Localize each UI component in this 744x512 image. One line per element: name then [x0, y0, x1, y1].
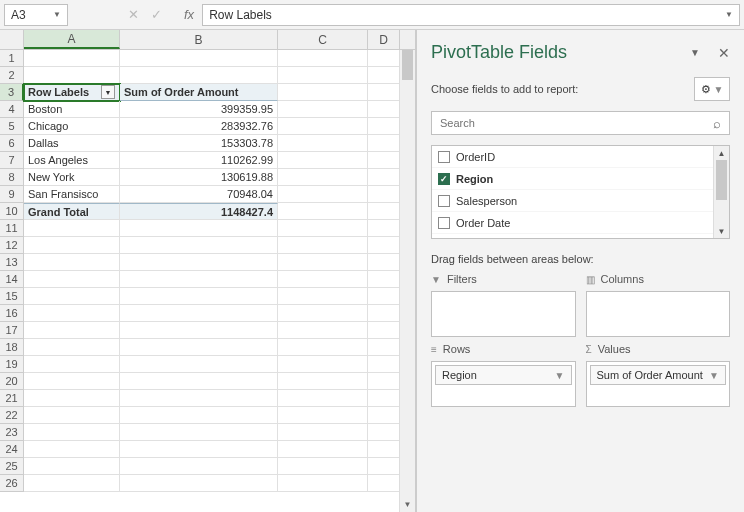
cell[interactable]	[24, 339, 120, 356]
row-header-21[interactable]: 21	[0, 390, 24, 407]
cell[interactable]	[368, 424, 400, 441]
cell[interactable]	[368, 441, 400, 458]
field-item[interactable]: Salesperson	[432, 190, 713, 212]
cell[interactable]: 70948.04	[120, 186, 278, 203]
cell[interactable]	[24, 356, 120, 373]
cell[interactable]	[368, 288, 400, 305]
checkbox-icon[interactable]: ✓	[438, 173, 450, 185]
cell[interactable]	[24, 220, 120, 237]
field-list-scrollbar[interactable]: ▲ ▼	[713, 146, 729, 238]
cell[interactable]	[24, 441, 120, 458]
cell[interactable]	[368, 203, 400, 220]
cell[interactable]: Dallas	[24, 135, 120, 152]
row-header-18[interactable]: 18	[0, 339, 24, 356]
cell[interactable]: 130619.88	[120, 169, 278, 186]
row-header-15[interactable]: 15	[0, 288, 24, 305]
row-header-2[interactable]: 2	[0, 67, 24, 84]
row-header-14[interactable]: 14	[0, 271, 24, 288]
cell[interactable]	[24, 254, 120, 271]
cell[interactable]	[24, 475, 120, 492]
cell[interactable]	[368, 135, 400, 152]
cell[interactable]	[278, 118, 368, 135]
cell[interactable]	[278, 254, 368, 271]
checkbox-icon[interactable]	[438, 151, 450, 163]
row-header-12[interactable]: 12	[0, 237, 24, 254]
row-header-13[interactable]: 13	[0, 254, 24, 271]
cell[interactable]	[368, 339, 400, 356]
field-item[interactable]: OrderID	[432, 146, 713, 168]
row-header-11[interactable]: 11	[0, 220, 24, 237]
cell[interactable]	[24, 237, 120, 254]
cell[interactable]	[278, 339, 368, 356]
cell[interactable]: 153303.78	[120, 135, 278, 152]
name-box[interactable]: A3 ▼	[4, 4, 68, 26]
cell[interactable]	[278, 152, 368, 169]
cell[interactable]	[368, 237, 400, 254]
close-icon[interactable]: ✕	[718, 45, 730, 61]
col-header-b[interactable]: B	[120, 30, 278, 49]
filters-drop-area[interactable]	[431, 291, 576, 337]
cell[interactable]: Los Angeles	[24, 152, 120, 169]
field-search-box[interactable]: ⌕	[431, 111, 730, 135]
values-drop-area[interactable]: Sum of Order Amount ▼	[586, 361, 731, 407]
cell[interactable]	[278, 237, 368, 254]
cell[interactable]	[278, 203, 368, 220]
pane-menu-icon[interactable]: ▼	[690, 47, 700, 58]
cell[interactable]	[368, 390, 400, 407]
rows-field-chip[interactable]: Region ▼	[435, 365, 572, 385]
field-item[interactable]: Order Date	[432, 212, 713, 234]
chevron-down-icon[interactable]: ▼	[725, 10, 733, 19]
cell[interactable]	[278, 475, 368, 492]
cell[interactable]	[278, 135, 368, 152]
cell[interactable]	[368, 169, 400, 186]
cell[interactable]: 1148427.4	[120, 203, 278, 220]
row-header-6[interactable]: 6	[0, 135, 24, 152]
row-header-26[interactable]: 26	[0, 475, 24, 492]
cancel-icon[interactable]: ✕	[128, 7, 139, 22]
cell[interactable]	[368, 84, 400, 101]
cell[interactable]: Sum of Order Amount	[120, 84, 278, 101]
cell[interactable]	[368, 458, 400, 475]
row-header-17[interactable]: 17	[0, 322, 24, 339]
row-header-4[interactable]: 4	[0, 101, 24, 118]
cell[interactable]	[120, 50, 278, 67]
cell[interactable]	[278, 407, 368, 424]
cell[interactable]	[278, 458, 368, 475]
cell[interactable]	[120, 373, 278, 390]
cell[interactable]	[24, 288, 120, 305]
cell[interactable]	[368, 305, 400, 322]
cell[interactable]	[368, 67, 400, 84]
cell[interactable]	[120, 339, 278, 356]
cell[interactable]	[278, 356, 368, 373]
cell[interactable]	[24, 458, 120, 475]
search-input[interactable]	[440, 117, 713, 129]
fx-icon[interactable]: fx	[184, 7, 194, 22]
cell[interactable]	[120, 322, 278, 339]
cell[interactable]	[120, 271, 278, 288]
cell[interactable]	[24, 373, 120, 390]
row-header-9[interactable]: 9	[0, 186, 24, 203]
cell[interactable]	[120, 254, 278, 271]
cell[interactable]	[278, 169, 368, 186]
row-header-19[interactable]: 19	[0, 356, 24, 373]
cell[interactable]	[24, 67, 120, 84]
scroll-down-icon[interactable]: ▼	[400, 496, 415, 512]
select-all-corner[interactable]	[0, 30, 24, 49]
cell[interactable]	[278, 220, 368, 237]
cell[interactable]	[120, 458, 278, 475]
cell[interactable]	[278, 288, 368, 305]
cell[interactable]	[278, 373, 368, 390]
row-header-8[interactable]: 8	[0, 169, 24, 186]
cell[interactable]	[120, 356, 278, 373]
cell[interactable]: Boston	[24, 101, 120, 118]
row-header-24[interactable]: 24	[0, 441, 24, 458]
checkbox-icon[interactable]	[438, 195, 450, 207]
cell[interactable]	[278, 101, 368, 118]
field-item[interactable]: ✓Order Amount	[432, 234, 713, 239]
cell[interactable]	[368, 220, 400, 237]
values-field-chip[interactable]: Sum of Order Amount ▼	[590, 365, 727, 385]
cell[interactable]	[368, 373, 400, 390]
cell[interactable]	[368, 322, 400, 339]
cell[interactable]	[368, 186, 400, 203]
cell[interactable]	[368, 271, 400, 288]
